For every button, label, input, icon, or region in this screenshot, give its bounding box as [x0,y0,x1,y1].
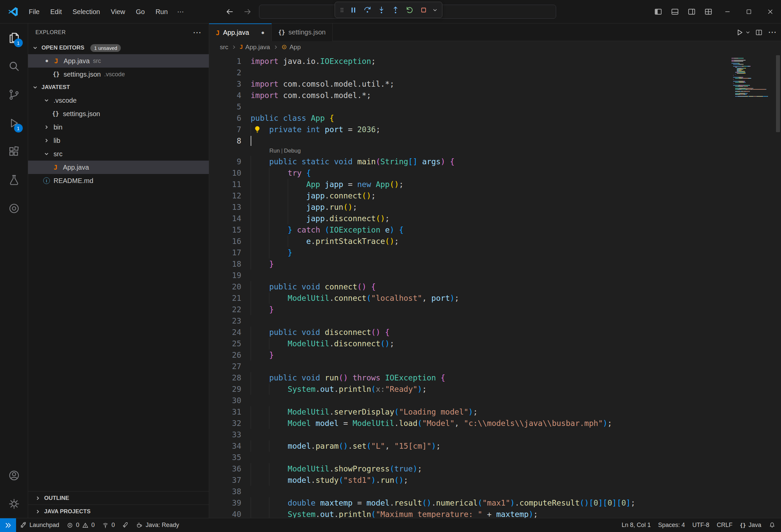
code-line[interactable]: System.out.println("Maximum temperature:… [251,508,635,518]
line-number[interactable]: 19 [209,270,241,281]
code-line[interactable] [251,486,635,497]
code-line[interactable]: ModelUtil.serverDisplay("Loading model")… [251,406,635,418]
line-number[interactable]: 1 [209,55,241,67]
ports-status[interactable]: 0 [98,518,118,532]
code-line[interactable]: import java.io.IOException; [251,55,635,67]
line-number[interactable]: 18 [209,258,241,270]
line-number[interactable]: 9 [209,156,241,167]
code-line[interactable]: } [251,349,635,361]
code-line[interactable] [251,361,635,372]
breadcrumb-app-class[interactable]: App [281,43,301,51]
tab-settings-json[interactable]: {} settings.json [272,24,333,41]
menu-selection[interactable]: Selection [67,5,106,19]
code-line[interactable]: japp.connect(); [251,190,635,201]
tree-file-readme[interactable]: i README.md [28,174,209,188]
run-dropdown-chevron-icon[interactable] [744,27,751,38]
gutter[interactable]: 1234567891011121314151617181920212223242… [209,55,241,518]
code-line[interactable]: public void connect() { [251,281,635,292]
line-number[interactable]: 40 [209,508,241,518]
tree-file-app-java[interactable]: J App.java [28,161,209,174]
java-lightweight-mode-status[interactable] [118,518,132,532]
tab-app-java[interactable]: J App.java ● [209,24,272,41]
code-line[interactable] [251,101,635,113]
code-line[interactable]: public class App { [251,113,635,124]
settings-gear-icon[interactable] [0,490,28,518]
codelens-run-link[interactable]: Run [270,148,280,154]
open-editor-app-java[interactable]: ● J App.java src [28,54,209,68]
code-line[interactable]: } [251,247,635,258]
code-line[interactable] [251,452,635,463]
line-number[interactable]: 39 [209,497,241,508]
line-number[interactable]: 16 [209,236,241,247]
notifications-bell-icon[interactable] [765,518,781,532]
step-over-icon[interactable] [360,3,374,17]
code-line[interactable]: ModelUtil.connect("localhost", port); [251,292,635,304]
breadcrumb-app-java[interactable]: J App.java [240,43,270,51]
code-lines[interactable]: import java.io.IOException;import com.co… [251,55,635,518]
minimap[interactable] [732,57,769,97]
code-line[interactable]: } [251,304,635,315]
step-out-icon[interactable] [388,3,403,17]
code-line[interactable]: try { [251,167,635,179]
line-number[interactable]: 13 [209,201,241,213]
line-number[interactable]: 2 [209,67,241,78]
lightbulb-icon[interactable] [253,125,262,134]
line-number[interactable]: 23 [209,315,241,327]
run-java-icon[interactable] [734,27,745,38]
code-line[interactable]: import com.comsol.model.util.*; [251,78,635,90]
java-projects-section-header[interactable]: JAVA PROJECTS [28,504,209,518]
breadcrumb-src[interactable]: src [220,43,228,51]
line-number[interactable]: 12 [209,190,241,201]
pause-icon[interactable] [346,3,360,17]
line-number[interactable]: 6 [209,113,241,124]
menu-more[interactable]: ⋯ [173,5,188,19]
explorer-more-actions-icon[interactable]: ⋯ [193,30,201,35]
line-number[interactable]: 30 [209,395,241,406]
maximize-button[interactable] [738,0,759,24]
remote-explorer-icon[interactable] [0,194,28,222]
line-number[interactable]: 25 [209,338,241,349]
errors-warnings-status[interactable]: 0 0 [63,518,98,532]
step-into-icon[interactable] [374,3,388,17]
code-line[interactable]: public static void main(String[] args) { [251,156,635,167]
code-line[interactable]: japp.disconnect(); [251,213,635,224]
line-number[interactable]: 21 [209,292,241,304]
remote-indicator[interactable] [0,518,16,532]
back-arrow-icon[interactable] [223,5,236,18]
line-number[interactable]: 3 [209,78,241,90]
line-number[interactable]: 7 [209,124,241,135]
extensions-icon[interactable] [0,137,28,166]
open-editor-settings-json[interactable]: {} settings.json .vscode [28,68,209,81]
code-line[interactable]: App japp = new App(); [251,179,635,190]
line-number[interactable]: 27 [209,361,241,372]
tree-folder-vscode[interactable]: .vscode [28,94,209,107]
menu-file[interactable]: File [24,5,45,19]
line-number[interactable]: 24 [209,327,241,338]
modified-dot-icon[interactable]: ● [45,57,48,64]
encoding-status[interactable]: UTF-8 [689,518,713,532]
editor-scrollbar-thumb[interactable] [776,55,780,132]
accounts-icon[interactable] [0,461,28,490]
code-line[interactable] [251,395,635,406]
code-line[interactable]: e.printStackTrace(); [251,236,635,247]
code-line[interactable] [251,135,635,147]
outline-section-header[interactable]: OUTLINE [28,491,209,504]
customize-layout-icon[interactable] [700,0,717,24]
toggle-panel-icon[interactable] [666,0,683,24]
tree-folder-bin[interactable]: bin [28,120,209,134]
line-number[interactable]: 8 [209,135,241,147]
debug-dropdown-chevron-icon[interactable] [430,3,439,17]
line-number[interactable]: 15 [209,224,241,236]
code-line[interactable] [251,270,635,281]
menu-edit[interactable]: Edit [45,5,67,19]
workspace-header[interactable]: JAVATEST [28,81,209,94]
code-line[interactable]: double maxtemp = model.result().numerica… [251,497,635,508]
open-editors-header[interactable]: OPEN EDITORS 1 unsaved [28,41,209,54]
line-number[interactable]: 35 [209,452,241,463]
tab-modified-dot-icon[interactable]: ● [261,30,264,36]
debug-toolbar-grip-icon[interactable] [338,3,346,17]
indentation-status[interactable]: Spaces: 4 [655,518,689,532]
line-number[interactable]: 33 [209,429,241,440]
code-line[interactable]: ModelUtil.showProgress(true); [251,463,635,475]
close-window-button[interactable] [759,0,781,24]
